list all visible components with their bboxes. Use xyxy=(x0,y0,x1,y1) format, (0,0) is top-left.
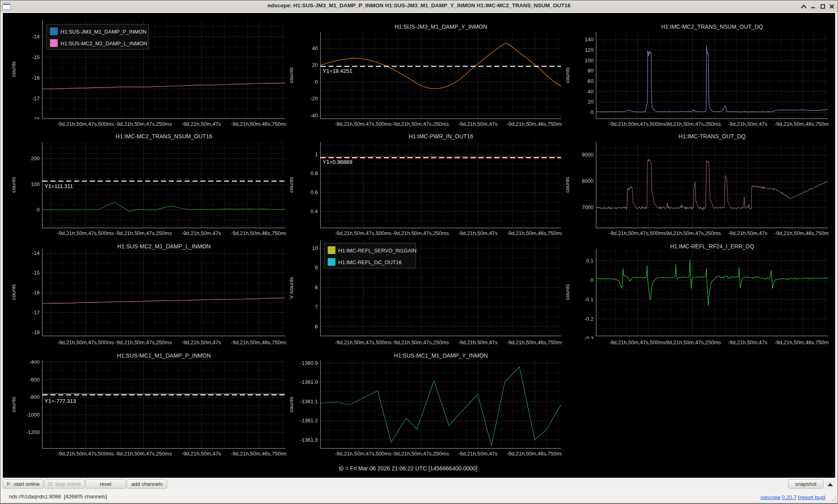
svg-text:-1361.0: -1361.0 xyxy=(300,379,318,385)
svg-text:H1:SUS-JM3_M1_DAMP_P_INMON: H1:SUS-JM3_M1_DAMP_P_INMON xyxy=(61,29,147,35)
svg-text:-9d,21h,50m,47s: -9d,21h,50m,47s xyxy=(728,230,768,236)
svg-text:-9d,21h,50m,47s,500ms: -9d,21h,50m,47s,500ms xyxy=(609,121,666,127)
svg-text:-9d,21h,50m,47s,250ms: -9d,21h,50m,47s,250ms xyxy=(392,121,449,127)
svg-text:H1:IMC-REFL_SERVO_IN1GAIN: H1:IMC-REFL_SERVO_IN1GAIN xyxy=(338,248,417,254)
svg-text:-9d,21h,50m,47s,500ms: -9d,21h,50m,47s,500ms xyxy=(335,451,392,457)
svg-text:-9d,21h,50m,46s,750ms: -9d,21h,50m,46s,750ms xyxy=(774,230,832,236)
svg-text:H1:IMC-PWR_IN_OUT16: H1:IMC-PWR_IN_OUT16 xyxy=(408,133,473,140)
svg-text:counts: counts xyxy=(564,177,570,193)
svg-text:0.1: 0.1 xyxy=(586,258,593,264)
svg-text:-9d,21h,50m,47s: -9d,21h,50m,47s xyxy=(181,230,221,236)
svg-text:-9d,21h,50m,46s,750ms: -9d,21h,50m,46s,750ms xyxy=(231,121,288,127)
svg-text:H1:SUS-MC1_M1_DAMP_Y_INMON: H1:SUS-MC1_M1_DAMP_Y_INMON xyxy=(394,352,488,359)
svg-text:-9d,21h,50m,47s,500ms: -9d,21h,50m,47s,500ms xyxy=(57,230,114,236)
svg-text:H1:IMC-MC2_TRANS_NSUM_OUT_DQ: H1:IMC-MC2_TRANS_NSUM_OUT_DQ xyxy=(661,23,763,30)
svg-text:counts: counts xyxy=(11,61,17,77)
svg-text:-9d,21h,50m,47s: -9d,21h,50m,47s xyxy=(458,121,498,127)
svg-text:-9d,21h,50m,47s,250ms: -9d,21h,50m,47s,250ms xyxy=(664,121,721,127)
svg-text:7000: 7000 xyxy=(582,204,593,210)
svg-text:Y1=-777.313: Y1=-777.313 xyxy=(45,398,76,404)
svg-text:100: 100 xyxy=(585,57,593,64)
svg-text:-20: -20 xyxy=(310,95,318,102)
svg-text:-1200: -1200 xyxy=(26,429,40,435)
svg-text:H1:IMC-TRANS_OUT_DQ: H1:IMC-TRANS_OUT_DQ xyxy=(678,133,746,140)
svg-text:-9d,21h,50m,47s,500ms: -9d,21h,50m,47s,500ms xyxy=(57,339,114,345)
svg-text:-600: -600 xyxy=(29,377,40,383)
svg-text:-9d,21h,50m,47s,250ms: -9d,21h,50m,47s,250ms xyxy=(664,339,721,345)
svg-text:-1361.2: -1361.2 xyxy=(300,417,318,424)
svg-text:-14: -14 xyxy=(32,34,40,40)
svg-text:120: 120 xyxy=(585,47,593,53)
svg-text:-9d,21h,50m,47s,500ms: -9d,21h,50m,47s,500ms xyxy=(609,230,666,236)
svg-text:-9d,21h,50m,47s,250ms: -9d,21h,50m,47s,250ms xyxy=(392,451,449,457)
svg-text:-9d,21h,50m,47s,250ms: -9d,21h,50m,47s,250ms xyxy=(392,230,449,236)
svg-text:-9d,21h,50m,46s,750ms: -9d,21h,50m,46s,750ms xyxy=(507,230,564,236)
svg-text:-400: -400 xyxy=(29,359,40,365)
svg-text:t0 = Fri Mar 06 2026 21:06:22: t0 = Fri Mar 06 2026 21:06:22 UTC [14568… xyxy=(339,465,477,472)
svg-text:-9d,21h,50m,46s,750ms: -9d,21h,50m,46s,750ms xyxy=(774,121,832,127)
svg-text:100: 100 xyxy=(31,181,40,187)
svg-text:80: 80 xyxy=(588,68,593,74)
svg-text:20: 20 xyxy=(312,62,318,68)
svg-text:8000: 8000 xyxy=(582,178,593,184)
svg-text:0.8: 0.8 xyxy=(311,170,318,176)
svg-text:counts: counts xyxy=(11,284,17,300)
svg-text:-9d,21h,50m,47s: -9d,21h,50m,47s xyxy=(458,230,498,236)
svg-text:H1:SUS-MC2_M1_DAMP_L_INMON: H1:SUS-MC2_M1_DAMP_L_INMON xyxy=(117,243,211,250)
svg-text:-9d,21h,50m,47s,500ms: -9d,21h,50m,47s,500ms xyxy=(609,339,666,345)
svg-text:9000: 9000 xyxy=(582,152,593,158)
svg-text:-9d,21h,50m,47s,500ms: -9d,21h,50m,47s,500ms xyxy=(335,230,392,236)
svg-text:1: 1 xyxy=(315,151,318,157)
svg-text:-9d,21h,50m,47s,500ms: -9d,21h,50m,47s,500ms xyxy=(57,121,114,127)
svg-text:0.6: 0.6 xyxy=(311,189,318,195)
svg-text:-9d,21h,50m,46s,750ms: -9d,21h,50m,46s,750ms xyxy=(507,451,564,457)
svg-text:-1360.9: -1360.9 xyxy=(300,360,318,366)
svg-text:-15: -15 xyxy=(32,270,40,276)
svg-text:-9d,21h,50m,46s,750ms: -9d,21h,50m,46s,750ms xyxy=(774,339,832,345)
svg-text:-17: -17 xyxy=(32,95,40,102)
svg-text:40: 40 xyxy=(312,45,318,51)
svg-text:-9d,21h,50m,46s,750ms: -9d,21h,50m,46s,750ms xyxy=(231,339,288,345)
svg-text:-9d,21h,50m,46s,750ms: -9d,21h,50m,46s,750ms xyxy=(231,451,288,457)
svg-text:-9d,21h,50m,47s: -9d,21h,50m,47s xyxy=(458,451,498,457)
svg-text:Y1=111.311: Y1=111.311 xyxy=(45,183,73,189)
svg-text:0: 0 xyxy=(315,79,318,85)
svg-text:6: 6 xyxy=(315,324,318,330)
svg-text:-0.1: -0.1 xyxy=(585,296,593,303)
svg-text:0: 0 xyxy=(591,109,593,115)
svg-text:H1:IMC-REFL_RF24_I_ERR_DQ: H1:IMC-REFL_RF24_I_ERR_DQ xyxy=(670,243,754,250)
svg-text:-0.3: -0.3 xyxy=(585,335,593,341)
svg-text:counts: counts xyxy=(11,396,17,412)
svg-text:140: 140 xyxy=(585,36,593,42)
svg-text:8: 8 xyxy=(315,284,318,290)
svg-text:-40: -40 xyxy=(310,112,318,119)
svg-text:-9d,21h,50m,47s: -9d,21h,50m,47s xyxy=(458,339,498,345)
svg-text:V /counts: V /counts xyxy=(288,277,294,299)
svg-text:H1:SUS-JM3_M1_DAMP_Y_INMON: H1:SUS-JM3_M1_DAMP_Y_INMON xyxy=(395,23,487,30)
svg-text:-9d,21h,50m,47s: -9d,21h,50m,47s xyxy=(181,121,221,127)
svg-text:-9d,21h,50m,47s: -9d,21h,50m,47s xyxy=(181,451,221,457)
svg-text:-1000: -1000 xyxy=(26,412,40,418)
svg-text:40: 40 xyxy=(588,89,593,95)
svg-text:Y1=0.96869: Y1=0.96869 xyxy=(323,159,352,165)
svg-text:-9d,21h,50m,47s,500ms: -9d,21h,50m,47s,500ms xyxy=(335,121,392,127)
svg-text:counts: counts xyxy=(288,177,294,193)
svg-text:-9d,21h,50m,47s: -9d,21h,50m,47s xyxy=(728,121,768,127)
svg-text:-9d,21h,50m,47s,250ms: -9d,21h,50m,47s,250ms xyxy=(115,121,172,127)
svg-text:10: 10 xyxy=(312,245,318,251)
svg-text:-9d,21h,50m,46s,750ms: -9d,21h,50m,46s,750ms xyxy=(231,230,288,236)
svg-text:-1361.3: -1361.3 xyxy=(300,437,318,443)
svg-text:counts: counts xyxy=(564,67,570,83)
svg-text:-9d,21h,50m,47s,500ms: -9d,21h,50m,47s,500ms xyxy=(335,339,392,345)
svg-text:counts: counts xyxy=(11,177,17,193)
svg-text:7: 7 xyxy=(315,304,318,310)
svg-text:-16: -16 xyxy=(32,290,40,296)
svg-text:60: 60 xyxy=(588,78,593,84)
svg-text:-15: -15 xyxy=(32,54,40,60)
svg-text:0: 0 xyxy=(37,207,40,213)
svg-text:-0.2: -0.2 xyxy=(585,316,593,322)
svg-text:-9d,21h,50m,47s,250ms: -9d,21h,50m,47s,250ms xyxy=(115,339,172,345)
svg-text:H1:SUS-MC1_M1_DAMP_P_INMON: H1:SUS-MC1_M1_DAMP_P_INMON xyxy=(117,352,211,359)
svg-text:-14: -14 xyxy=(32,250,40,256)
svg-text:0.4: 0.4 xyxy=(311,208,318,214)
